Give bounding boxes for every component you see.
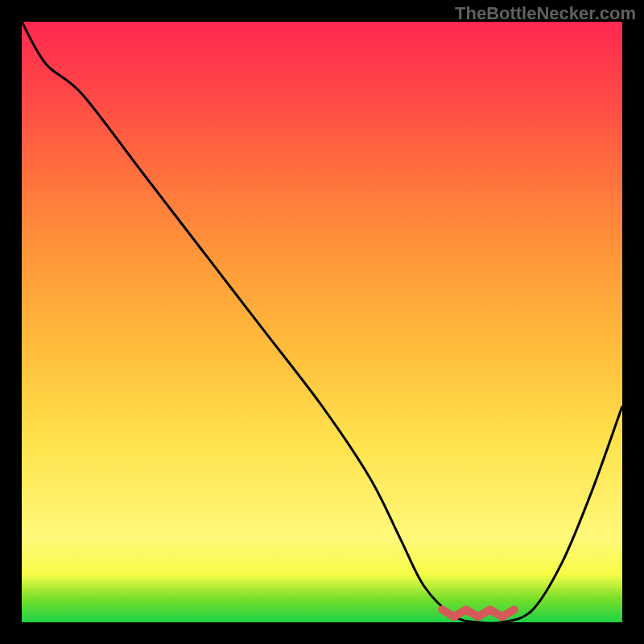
gradient-background	[22, 22, 622, 622]
plot-area	[22, 22, 622, 622]
chart-svg	[22, 22, 622, 622]
chart-container: TheBottleNecker.com	[0, 0, 644, 644]
